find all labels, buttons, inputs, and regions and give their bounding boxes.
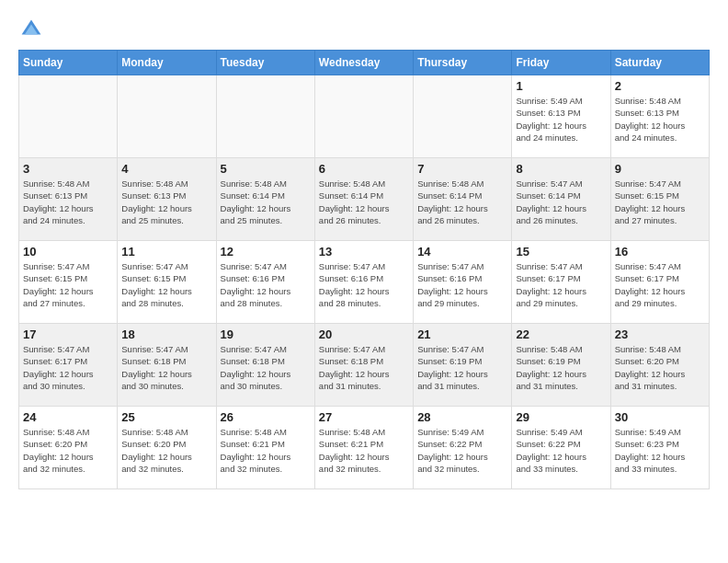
day-info: Sunrise: 5:48 AM Sunset: 6:13 PM Dayligh… [23, 178, 113, 226]
calendar-day-cell: 28Sunrise: 5:49 AM Sunset: 6:22 PM Dayli… [414, 407, 512, 489]
day-number: 4 [121, 162, 211, 176]
day-info: Sunrise: 5:48 AM Sunset: 6:21 PM Dayligh… [221, 426, 311, 475]
day-number: 30 [615, 410, 705, 424]
day-number: 3 [23, 162, 113, 176]
calendar-day-cell: 26Sunrise: 5:48 AM Sunset: 6:21 PM Dayli… [216, 407, 314, 489]
calendar-header-monday: Monday [118, 51, 216, 75]
day-info: Sunrise: 5:48 AM Sunset: 6:21 PM Dayligh… [319, 426, 409, 475]
calendar-day-cell: 9Sunrise: 5:47 AM Sunset: 6:15 PM Daylig… [610, 158, 709, 241]
calendar-day-cell: 14Sunrise: 5:47 AM Sunset: 6:16 PM Dayli… [414, 241, 512, 324]
day-number: 2 [615, 79, 705, 93]
calendar-day-cell: 20Sunrise: 5:47 AM Sunset: 6:18 PM Dayli… [314, 324, 413, 407]
calendar-day-cell: 5Sunrise: 5:48 AM Sunset: 6:14 PM Daylig… [216, 158, 314, 241]
calendar-day-cell: 30Sunrise: 5:49 AM Sunset: 6:23 PM Dayli… [610, 407, 709, 489]
day-number: 12 [221, 245, 311, 259]
calendar-week-row: 3Sunrise: 5:48 AM Sunset: 6:13 PM Daylig… [19, 158, 710, 241]
calendar-day-cell: 21Sunrise: 5:47 AM Sunset: 6:19 PM Dayli… [414, 324, 512, 407]
calendar-header-wednesday: Wednesday [314, 51, 413, 75]
day-number: 8 [516, 162, 606, 176]
calendar-day-cell [314, 75, 413, 158]
day-number: 11 [121, 245, 211, 259]
day-number: 6 [319, 162, 409, 176]
calendar-day-cell: 18Sunrise: 5:47 AM Sunset: 6:18 PM Dayli… [118, 324, 216, 407]
calendar-day-cell: 23Sunrise: 5:48 AM Sunset: 6:20 PM Dayli… [610, 324, 709, 407]
day-info: Sunrise: 5:47 AM Sunset: 6:16 PM Dayligh… [319, 260, 409, 309]
calendar-day-cell: 24Sunrise: 5:48 AM Sunset: 6:20 PM Dayli… [19, 407, 118, 489]
calendar-day-cell: 8Sunrise: 5:47 AM Sunset: 6:14 PM Daylig… [512, 158, 610, 241]
day-number: 24 [23, 410, 113, 424]
calendar-header-friday: Friday [512, 51, 610, 75]
calendar-day-cell [118, 75, 216, 158]
calendar-week-row: 10Sunrise: 5:47 AM Sunset: 6:15 PM Dayli… [19, 241, 710, 324]
day-number: 18 [121, 327, 211, 341]
calendar-day-cell: 25Sunrise: 5:48 AM Sunset: 6:20 PM Dayli… [118, 407, 216, 489]
day-info: Sunrise: 5:49 AM Sunset: 6:23 PM Dayligh… [615, 426, 705, 475]
day-number: 20 [319, 327, 409, 341]
calendar-day-cell: 7Sunrise: 5:48 AM Sunset: 6:14 PM Daylig… [414, 158, 512, 241]
day-number: 17 [23, 327, 113, 341]
day-number: 16 [615, 245, 705, 259]
day-info: Sunrise: 5:47 AM Sunset: 6:19 PM Dayligh… [417, 343, 507, 392]
day-info: Sunrise: 5:47 AM Sunset: 6:15 PM Dayligh… [615, 178, 705, 226]
calendar-day-cell: 2Sunrise: 5:48 AM Sunset: 6:13 PM Daylig… [610, 75, 709, 158]
day-info: Sunrise: 5:48 AM Sunset: 6:14 PM Dayligh… [319, 178, 409, 226]
day-info: Sunrise: 5:47 AM Sunset: 6:16 PM Dayligh… [417, 260, 507, 309]
logo-icon [20, 18, 42, 40]
day-info: Sunrise: 5:49 AM Sunset: 6:22 PM Dayligh… [516, 426, 606, 475]
day-number: 23 [615, 327, 705, 341]
calendar-header-sunday: Sunday [19, 51, 118, 75]
calendar-header-tuesday: Tuesday [216, 51, 314, 75]
calendar-table: SundayMondayTuesdayWednesdayThursdayFrid… [18, 50, 710, 489]
day-number: 15 [516, 245, 606, 259]
day-info: Sunrise: 5:47 AM Sunset: 6:17 PM Dayligh… [615, 260, 705, 309]
day-number: 14 [417, 245, 507, 259]
calendar-day-cell: 13Sunrise: 5:47 AM Sunset: 6:16 PM Dayli… [314, 241, 413, 324]
calendar-header-row: SundayMondayTuesdayWednesdayThursdayFrid… [19, 51, 710, 75]
day-number: 25 [121, 410, 211, 424]
day-info: Sunrise: 5:47 AM Sunset: 6:16 PM Dayligh… [221, 260, 311, 309]
calendar-week-row: 17Sunrise: 5:47 AM Sunset: 6:17 PM Dayli… [19, 324, 710, 407]
day-number: 5 [221, 162, 311, 176]
day-number: 28 [417, 410, 507, 424]
day-info: Sunrise: 5:47 AM Sunset: 6:18 PM Dayligh… [121, 343, 211, 392]
day-info: Sunrise: 5:47 AM Sunset: 6:17 PM Dayligh… [516, 260, 606, 309]
calendar-day-cell: 6Sunrise: 5:48 AM Sunset: 6:14 PM Daylig… [314, 158, 413, 241]
calendar-day-cell [19, 75, 118, 158]
logo [18, 18, 42, 40]
calendar-day-cell: 16Sunrise: 5:47 AM Sunset: 6:17 PM Dayli… [610, 241, 709, 324]
day-number: 13 [319, 245, 409, 259]
page-header [18, 18, 710, 40]
day-info: Sunrise: 5:48 AM Sunset: 6:13 PM Dayligh… [121, 178, 211, 226]
calendar-week-row: 1Sunrise: 5:49 AM Sunset: 6:13 PM Daylig… [19, 75, 710, 158]
day-info: Sunrise: 5:47 AM Sunset: 6:15 PM Dayligh… [23, 260, 113, 309]
calendar-day-cell: 4Sunrise: 5:48 AM Sunset: 6:13 PM Daylig… [118, 158, 216, 241]
day-info: Sunrise: 5:48 AM Sunset: 6:19 PM Dayligh… [516, 343, 606, 392]
day-info: Sunrise: 5:48 AM Sunset: 6:14 PM Dayligh… [221, 178, 311, 226]
calendar-day-cell: 17Sunrise: 5:47 AM Sunset: 6:17 PM Dayli… [19, 324, 118, 407]
day-info: Sunrise: 5:47 AM Sunset: 6:18 PM Dayligh… [221, 343, 311, 392]
day-info: Sunrise: 5:49 AM Sunset: 6:22 PM Dayligh… [417, 426, 507, 475]
day-info: Sunrise: 5:48 AM Sunset: 6:20 PM Dayligh… [121, 426, 211, 475]
calendar-day-cell: 19Sunrise: 5:47 AM Sunset: 6:18 PM Dayli… [216, 324, 314, 407]
calendar-day-cell: 1Sunrise: 5:49 AM Sunset: 6:13 PM Daylig… [512, 75, 610, 158]
calendar-day-cell: 29Sunrise: 5:49 AM Sunset: 6:22 PM Dayli… [512, 407, 610, 489]
day-number: 21 [417, 327, 507, 341]
day-info: Sunrise: 5:48 AM Sunset: 6:20 PM Dayligh… [615, 343, 705, 392]
calendar-day-cell [414, 75, 512, 158]
day-number: 19 [221, 327, 311, 341]
day-number: 22 [516, 327, 606, 341]
day-number: 27 [319, 410, 409, 424]
day-info: Sunrise: 5:48 AM Sunset: 6:13 PM Dayligh… [615, 95, 705, 144]
calendar-day-cell [216, 75, 314, 158]
calendar-day-cell: 3Sunrise: 5:48 AM Sunset: 6:13 PM Daylig… [19, 158, 118, 241]
calendar-day-cell: 27Sunrise: 5:48 AM Sunset: 6:21 PM Dayli… [314, 407, 413, 489]
calendar-header-saturday: Saturday [610, 51, 709, 75]
calendar-day-cell: 22Sunrise: 5:48 AM Sunset: 6:19 PM Dayli… [512, 324, 610, 407]
day-number: 1 [516, 79, 606, 93]
day-number: 26 [221, 410, 311, 424]
calendar-day-cell: 15Sunrise: 5:47 AM Sunset: 6:17 PM Dayli… [512, 241, 610, 324]
day-number: 7 [417, 162, 507, 176]
day-info: Sunrise: 5:49 AM Sunset: 6:13 PM Dayligh… [516, 95, 606, 144]
calendar-day-cell: 11Sunrise: 5:47 AM Sunset: 6:15 PM Dayli… [118, 241, 216, 324]
calendar-week-row: 24Sunrise: 5:48 AM Sunset: 6:20 PM Dayli… [19, 407, 710, 489]
